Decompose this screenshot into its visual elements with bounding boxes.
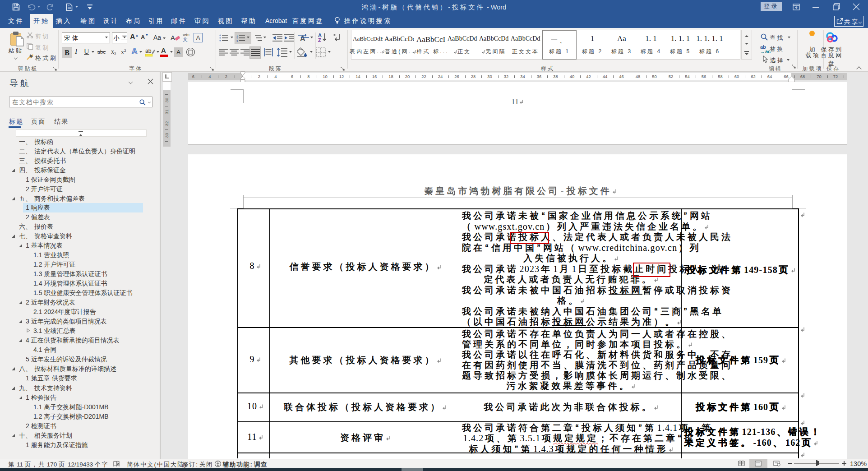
svg-text:A: A (171, 34, 175, 42)
svg-text:3: 3 (236, 40, 238, 42)
svg-text:Z: Z (318, 37, 321, 42)
svg-text:A: A (300, 35, 305, 42)
svg-text:ab: ab (145, 48, 152, 54)
